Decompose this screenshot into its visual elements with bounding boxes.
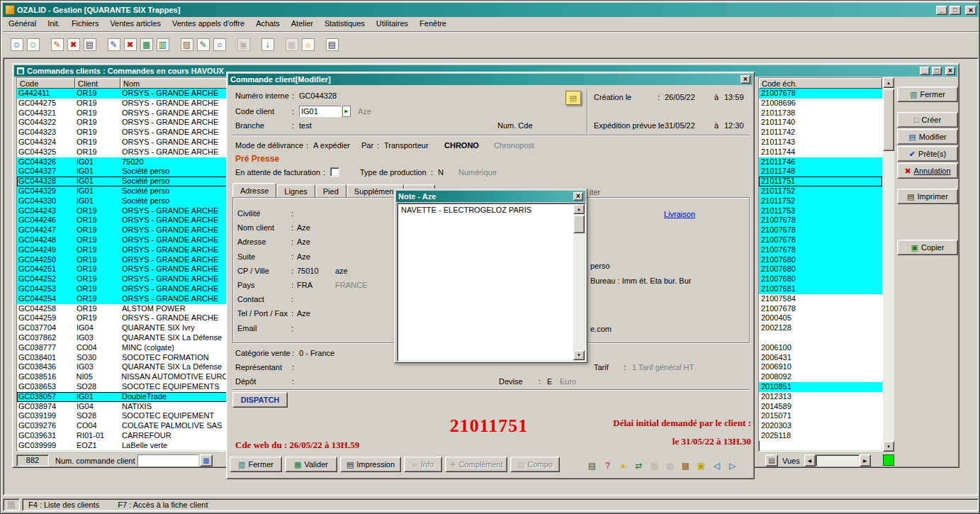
codeech-row[interactable]: 2015071 — [759, 411, 882, 421]
codeech-row[interactable]: 21007678 — [759, 216, 882, 225]
order-row[interactable]: GC044327 IG01 Société perso — [17, 167, 228, 177]
fermer-button[interactable]: ▥ Fermer — [897, 86, 958, 102]
order-row[interactable]: GC044325 OR19 ORSYS - GRANDE ARCHE — [17, 147, 228, 157]
codeech-row[interactable]: 2010851 — [759, 382, 882, 392]
scrollbar-thumb[interactable] — [573, 215, 585, 233]
client-search-icon[interactable]: ☺ — [25, 36, 41, 52]
minimize-button[interactable]: _ — [920, 67, 930, 75]
menu-item[interactable]: Ventes articles — [104, 17, 167, 30]
dialog-info-button[interactable]: ∞ Info — [404, 457, 442, 472]
dialog-valider-button[interactable]: ▦ Valider — [285, 457, 337, 472]
note-titlebar[interactable]: Note - Aze × — [396, 191, 585, 202]
codeech-row[interactable]: 2000405 — [759, 313, 882, 323]
close-button[interactable]: × — [945, 67, 955, 75]
order-lookup-button[interactable]: ▦ — [200, 454, 213, 466]
codeech-row[interactable]: 21007680 — [759, 274, 882, 284]
order-row[interactable]: GC044326 IG01 75020 — [17, 157, 228, 167]
close-icon[interactable]: × — [573, 192, 583, 201]
order-row[interactable]: GC044249 OR19 ORSYS - GRANDE ARCHE — [17, 245, 228, 255]
codeech-row[interactable]: 21011738 — [759, 108, 882, 118]
clock-icon[interactable]: ☼ — [300, 36, 316, 52]
dialog-titlebar[interactable]: Commande client[Modifier] × — [228, 74, 753, 85]
dialog-fermer-button[interactable]: ▥ Fermer — [230, 457, 282, 472]
transfer-icon[interactable]: ⇄ — [632, 459, 646, 472]
order-row[interactable]: GC044247 OR19 ORSYS - GRANDE ARCHE — [17, 225, 228, 235]
code-client-dropdown-icon[interactable]: ▶ — [342, 106, 351, 117]
print-icon[interactable]: ▤ — [324, 36, 340, 52]
maximize-button[interactable]: □ — [932, 67, 942, 75]
maximize-button[interactable]: □ — [950, 6, 961, 15]
codeech-row[interactable]: 21007678 — [759, 89, 882, 99]
attente-facturation-checkbox[interactable] — [330, 167, 339, 177]
menu-item[interactable]: Statistiques — [319, 17, 371, 30]
codeech-row[interactable]: 21011742 — [759, 128, 882, 138]
codeech-row[interactable]: 21011748 — [759, 167, 882, 177]
views-previous-icon[interactable]: ◀ — [804, 454, 816, 466]
codeech-row[interactable]: 2012313 — [759, 392, 882, 402]
note-body[interactable]: NAVETTE - ELECTROGELOZ PARIS ▲ ▼ — [397, 203, 586, 362]
close-icon[interactable]: × — [740, 75, 750, 84]
order-row[interactable]: GC044243 OR19 ORSYS - GRANDE ARCHE — [17, 206, 228, 216]
codeech-row[interactable]: 2006910 — [759, 362, 882, 372]
doc-edit-icon[interactable]: ✎ — [49, 36, 65, 52]
order-row[interactable]: GC044254 OR19 ORSYS - GRANDE ARCHE — [17, 294, 228, 304]
order-row[interactable]: GC044324 OR19 ORSYS - GRANDE ARCHE — [17, 138, 228, 147]
codeech-row[interactable]: 2002128 — [759, 323, 882, 333]
dialog-compo-button[interactable]: ▧ Compo — [510, 457, 560, 472]
order-row[interactable]: GC038057 IG01 DoubleTrade — [17, 392, 228, 402]
codeech-row[interactable]: 21011744 — [759, 147, 882, 157]
scrollbar-thumb[interactable] — [883, 89, 894, 151]
codeech-row[interactable]: 21008696 — [759, 99, 882, 108]
order-row[interactable]: GC038436 IG03 QUARANTE SIX La Défense — [17, 362, 228, 372]
order-row[interactable]: GC044322 OR19 ORSYS - GRANDE ARCHE — [17, 118, 228, 128]
order-row[interactable]: GC039199 SO28 SOCOTEC EQUIPEMENT — [17, 411, 228, 421]
order-row[interactable]: GC044321 OR19 ORSYS - GRANDE ARCHE — [17, 108, 228, 118]
imprimer-button[interactable]: ▤ Imprimer — [897, 189, 958, 204]
order-row[interactable]: GC038516 NI05 NISSAN AUTOMOTIVE EURO — [17, 372, 228, 382]
scroll-down-icon[interactable]: ▼ — [883, 441, 894, 452]
order-row[interactable]: GC044258 OR19 ALSTOM POWER — [17, 304, 228, 314]
save-icon[interactable]: ▣ — [235, 36, 252, 52]
order-row[interactable]: GC044252 OR19 ORSYS - GRANDE ARCHE — [17, 274, 228, 284]
menu-item[interactable]: Achats — [250, 17, 286, 30]
order-row[interactable]: GC039999 EOZ1 LaBelle verte — [17, 441, 228, 451]
order-row[interactable]: GC044250 OR19 ORSYS - GRANDE ARCHE — [17, 255, 228, 265]
copier-button[interactable]: ▣ Copier — [897, 240, 958, 255]
note-icon[interactable]: ▤ — [565, 91, 581, 105]
views-button[interactable]: ▤ — [765, 454, 778, 466]
scroll-up-icon[interactable]: ▲ — [573, 204, 585, 214]
codeech-row[interactable]: 21007678 — [759, 245, 882, 255]
order-row[interactable]: GC039631 RI01-01 CARREFOUR — [17, 431, 228, 441]
doc-delete-icon[interactable]: ✖ — [65, 36, 81, 52]
annulation-button[interactable]: ✖ Annulation — [897, 163, 958, 179]
codeech-row[interactable]: 21011743 — [759, 138, 882, 147]
order-table-icon[interactable]: ▦ — [138, 36, 154, 52]
doc-print-icon[interactable]: ▤ — [81, 36, 98, 52]
alert-ball-icon[interactable]: ● — [616, 459, 630, 472]
order-row[interactable]: GC039276 CO04 COLGATE PALMOLIVE SAS — [17, 421, 228, 431]
modifier-button[interactable]: ▤ Modifier — [897, 129, 958, 145]
import-icon[interactable]: ↓ — [259, 36, 276, 52]
codeech-row[interactable]: 21007678 — [759, 225, 882, 235]
views-scroll-track[interactable] — [816, 454, 860, 466]
codeech-row[interactable]: 2006431 — [759, 353, 882, 363]
codeech-row[interactable]: 21011752 — [759, 196, 882, 206]
dialog-impression-button[interactable]: ▤ Impression — [340, 457, 401, 472]
codeech-scrollbar[interactable]: ▲ ▼ — [883, 77, 894, 452]
codeech-row[interactable]: 2008092 — [759, 372, 882, 382]
order-row[interactable]: G442411 OR19 ORSYS - GRANDE ARCHE — [17, 89, 228, 99]
order-row[interactable]: GC044253 OR19 ORSYS - GRANDE ARCHE — [17, 284, 228, 294]
key-help-icon[interactable]: ? — [601, 459, 614, 472]
codeech-row[interactable]: 2006100 — [759, 343, 882, 353]
order-row[interactable]: GC044323 OR19 ORSYS - GRANDE ARCHE — [17, 128, 228, 138]
dialog-complement-button[interactable]: ✚ Complément — [445, 457, 507, 472]
menu-item[interactable]: Atelier — [286, 17, 319, 30]
grid-b-icon[interactable]: ▦ — [663, 459, 677, 472]
order-search-input[interactable] — [138, 455, 198, 466]
codeech-row[interactable]: 21011753 — [759, 206, 882, 216]
codeech-row[interactable]: 21011740 — [759, 118, 882, 128]
order-row[interactable]: GC038653 SO28 SOCOTEC EQUIPEMENTS — [17, 382, 228, 392]
column-header-codeech[interactable]: Code éch. — [759, 78, 882, 89]
menu-item[interactable]: Ventes appels d'offre — [167, 17, 250, 30]
livraison-link[interactable]: Livraison — [664, 210, 695, 218]
